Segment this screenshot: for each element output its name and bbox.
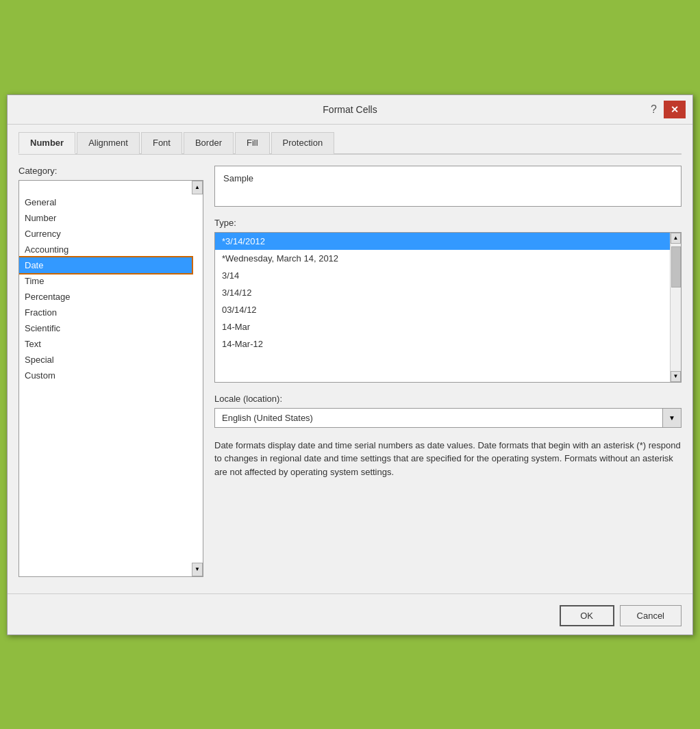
type-scrollbar: ▲ ▼ <box>670 233 681 382</box>
category-item-scientific[interactable]: Scientific <box>19 320 192 336</box>
description-text: Date formats display date and time seria… <box>214 439 682 479</box>
tab-alignment[interactable]: Alignment <box>77 132 140 154</box>
type-scrollbar-thumb[interactable] <box>671 246 681 287</box>
sample-label: Sample <box>223 173 673 183</box>
format-cells-dialog: Format Cells ? ✕ Number Alignment Font B… <box>7 94 693 635</box>
category-item-currency[interactable]: Currency <box>19 226 192 242</box>
type-item-7[interactable]: 14-Mar-12 <box>215 335 670 353</box>
category-item-date[interactable]: Date <box>19 257 192 273</box>
dialog-title: Format Cells <box>323 104 377 115</box>
ok-button[interactable]: OK <box>560 605 614 626</box>
tab-protection[interactable]: Protection <box>271 132 335 154</box>
locale-wrapper: English (United States) English (United … <box>214 408 682 428</box>
type-item-6[interactable]: 14-Mar <box>215 318 670 335</box>
category-scroll-down[interactable]: ▼ <box>192 563 203 576</box>
category-item-custom[interactable]: Custom <box>19 368 192 383</box>
type-list-container: *3/14/2012 *Wednesday, March 14, 2012 3/… <box>214 232 682 383</box>
category-item-percentage[interactable]: Percentage <box>19 289 192 305</box>
category-item-fraction[interactable]: Fraction <box>19 305 192 320</box>
type-scroll-up[interactable]: ▲ <box>671 233 681 244</box>
category-item-text[interactable]: Text <box>19 336 192 352</box>
category-item-special[interactable]: Special <box>19 352 192 368</box>
category-item-time[interactable]: Time <box>19 273 192 289</box>
category-section: Category: ▲ General Number Currency <box>18 166 203 577</box>
button-row: OK Cancel <box>8 593 692 635</box>
type-label: Type: <box>214 218 682 228</box>
tab-border[interactable]: Border <box>184 132 234 154</box>
close-button[interactable]: ✕ <box>664 101 686 118</box>
type-scroll-down[interactable]: ▼ <box>671 371 681 382</box>
tab-bar: Number Alignment Font Border Fill Protec… <box>18 131 682 155</box>
type-item-3[interactable]: 3/14 <box>215 267 670 284</box>
locale-label: Locale (location): <box>214 394 682 404</box>
title-bar: Format Cells ? ✕ <box>8 95 692 125</box>
main-area: Category: ▲ General Number Currency <box>18 166 682 577</box>
tab-fill[interactable]: Fill <box>235 132 270 154</box>
category-label: Category: <box>18 166 203 176</box>
type-item-1[interactable]: *3/14/2012 <box>215 233 670 250</box>
type-item-4[interactable]: 3/14/12 <box>215 284 670 301</box>
category-item-general[interactable]: General <box>19 194 192 210</box>
category-list[interactable]: ▲ General Number Currency Accounting <box>18 180 203 577</box>
locale-select[interactable]: English (United States) English (United … <box>214 408 682 428</box>
dialog-content: Number Alignment Font Border Fill Protec… <box>8 125 692 588</box>
title-bar-controls: ? ✕ <box>647 101 686 118</box>
type-list[interactable]: *3/14/2012 *Wednesday, March 14, 2012 3/… <box>215 233 670 382</box>
tab-font[interactable]: Font <box>141 132 182 154</box>
type-item-2[interactable]: *Wednesday, March 14, 2012 <box>215 250 670 267</box>
right-section: Sample Type: *3/14/2012 *Wednesday, Marc… <box>214 166 682 577</box>
sample-box: Sample <box>214 166 682 207</box>
help-button[interactable]: ? <box>647 102 661 117</box>
cancel-button[interactable]: Cancel <box>620 605 682 626</box>
category-scroll-up[interactable]: ▲ <box>192 181 203 194</box>
type-item-5[interactable]: 03/14/12 <box>215 301 670 318</box>
category-item-accounting[interactable]: Accounting <box>19 242 192 257</box>
tab-number[interactable]: Number <box>18 132 75 154</box>
category-item-number[interactable]: Number <box>19 210 192 226</box>
